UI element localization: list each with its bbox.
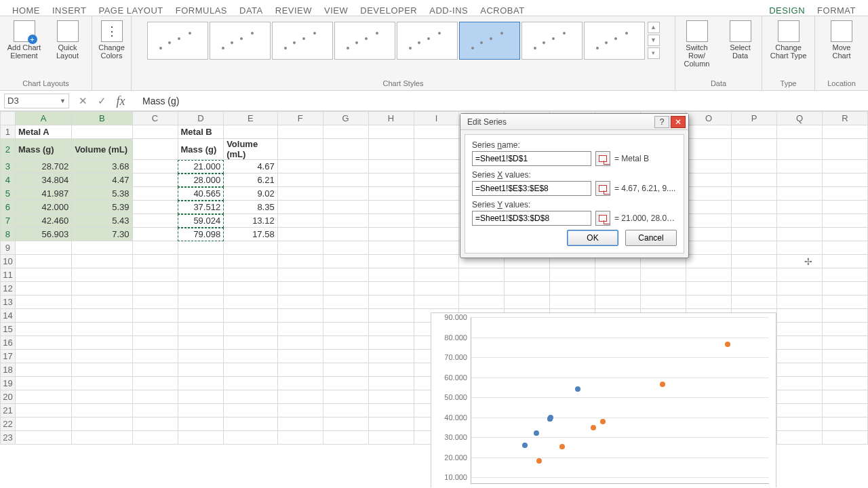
cell-H21[interactable] [368,404,414,418]
row-header-17[interactable]: 17 [1,350,16,363]
col-header-G[interactable]: G [323,112,368,125]
cell-K12[interactable] [505,282,550,296]
tab-acrobat[interactable]: ACROBAT [480,5,524,16]
cell-O12[interactable] [686,282,732,296]
cell-M13[interactable] [595,296,641,309]
row-header-16[interactable]: 16 [1,336,16,350]
cell-E21[interactable] [224,404,278,418]
cell-E16[interactable] [224,336,278,350]
cell-O9[interactable] [686,241,732,255]
cell-I3[interactable] [414,160,459,174]
cell-F10[interactable] [277,255,323,268]
cell-Q5[interactable] [776,187,822,201]
cell-A4[interactable]: 34.804 [15,174,71,187]
cell-I13[interactable] [414,296,459,309]
cell-P6[interactable] [732,201,777,214]
point-MetalB-4.67[interactable] [536,458,542,464]
cell-B8[interactable]: 7.30 [72,228,132,241]
cell-P7[interactable] [732,214,777,228]
change-chart-type-button[interactable]: Change Chart Type [768,19,809,60]
cell-C9[interactable] [132,241,178,255]
cell-P12[interactable] [732,282,777,296]
cell-C21[interactable] [132,404,178,418]
cell-R19[interactable] [822,377,867,390]
cell-I6[interactable] [414,201,459,214]
cell-R17[interactable] [822,350,867,363]
cell-H9[interactable] [368,241,414,255]
cell-G16[interactable] [323,336,368,350]
series-name-input[interactable] [472,151,591,166]
cell-G13[interactable] [323,296,368,309]
cell-P10[interactable] [732,255,777,268]
cell-A7[interactable]: 42.460 [15,214,71,228]
cell-G2[interactable] [323,139,368,160]
cell-H3[interactable] [368,160,414,174]
cell-C16[interactable] [132,336,178,350]
cell-A8[interactable]: 56.903 [15,228,71,241]
row-header-15[interactable]: 15 [1,323,16,336]
cell-O2[interactable] [686,139,732,160]
cell-D16[interactable] [178,336,224,350]
cell-Q21[interactable] [776,404,822,418]
cell-Q19[interactable] [776,377,822,390]
series-y-input[interactable] [472,211,591,226]
cell-R12[interactable] [822,282,867,296]
cell-E20[interactable] [224,390,278,404]
embedded-chart[interactable]: 10.00020.00030.00040.00050.00060.00070.0… [431,312,776,487]
cell-R7[interactable] [822,214,867,228]
enter-entry-button[interactable]: ✓ [94,94,110,108]
point-MetalB-6.21[interactable] [559,444,565,449]
cell-D14[interactable] [178,309,224,323]
cell-I8[interactable] [414,228,459,241]
tab-home[interactable]: HOME [12,5,40,16]
cell-A18[interactable] [15,363,71,377]
cell-R22[interactable] [822,418,867,431]
cell-G11[interactable] [323,268,368,282]
row-header-7[interactable]: 7 [1,214,16,228]
cell-C15[interactable] [132,323,178,336]
cell-G15[interactable] [323,323,368,336]
cell-D10[interactable] [178,255,224,268]
cell-R1[interactable] [822,125,867,139]
row-header-12[interactable]: 12 [1,282,16,296]
cell-I1[interactable] [414,125,459,139]
series-x-input[interactable] [472,181,591,196]
cell-F15[interactable] [277,323,323,336]
cell-B21[interactable] [72,404,132,418]
cell-A16[interactable] [15,336,71,350]
cell-J13[interactable] [459,296,505,309]
cell-E19[interactable] [224,377,278,390]
cell-F2[interactable] [277,139,323,160]
cell-J12[interactable] [459,282,505,296]
cell-A15[interactable] [15,323,71,336]
point-MetalA-3.68[interactable] [522,443,528,448]
cell-B4[interactable]: 4.47 [72,174,132,187]
cell-E2[interactable]: Volume (mL) [224,139,278,160]
col-header-O[interactable]: O [686,112,732,125]
cell-G5[interactable] [323,187,368,201]
cell-H17[interactable] [368,350,414,363]
cell-D23[interactable] [178,431,224,445]
row-header-10[interactable]: 10 [1,255,16,268]
cell-P1[interactable] [732,125,777,139]
cell-Q11[interactable] [776,268,822,282]
tab-view[interactable]: VIEW [324,5,348,16]
cell-O1[interactable] [686,125,732,139]
cell-Q12[interactable] [776,282,822,296]
cell-A22[interactable] [15,418,71,431]
cell-I12[interactable] [414,282,459,296]
cell-G1[interactable] [323,125,368,139]
cell-H12[interactable] [368,282,414,296]
row-header-22[interactable]: 22 [1,418,16,431]
cell-D20[interactable] [178,390,224,404]
tab-review[interactable]: REVIEW [275,5,312,16]
cell-C11[interactable] [132,268,178,282]
cell-D8[interactable]: 79.098 [178,228,224,241]
cell-I11[interactable] [414,268,459,282]
cell-F9[interactable] [277,241,323,255]
cell-C5[interactable] [132,187,178,201]
row-header-19[interactable]: 19 [1,377,16,390]
cell-H2[interactable] [368,139,414,160]
gallery-scroll-2[interactable]: ▾ [648,47,660,59]
cell-D3[interactable]: 21.000 [178,160,224,174]
